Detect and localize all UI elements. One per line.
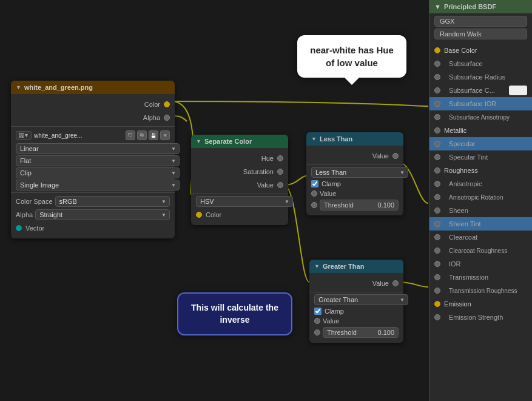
color-output-row: Color xyxy=(11,98,175,111)
subsurface-radius-item: Subsurface Radius xyxy=(429,70,532,84)
color-input-label: Color xyxy=(202,211,283,218)
image-node-body: Color Alpha 🖼▼ white_and_gree... 🛡 ⧉ 💾 ✕… xyxy=(11,94,175,238)
gt-val-input-socket[interactable] xyxy=(314,318,320,324)
gt-thresh-socket[interactable] xyxy=(314,329,320,335)
roughness-socket[interactable] xyxy=(434,167,440,174)
subsurface-ior-label: Subsurface IOR xyxy=(444,100,527,107)
clearcoat-roughness-label: Clearcoat Roughness xyxy=(444,248,527,254)
gt-value-output: Value xyxy=(309,277,403,290)
vector-input-row: Vector xyxy=(11,221,175,235)
metallic-label: Metallic xyxy=(444,127,527,134)
color-space-select[interactable]: sRGB Linear Non-Color xyxy=(55,196,170,207)
color-space-label: Color Space xyxy=(16,198,53,205)
vector-input-socket[interactable] xyxy=(16,225,22,231)
color-output-socket[interactable] xyxy=(164,101,170,107)
shield-icon[interactable]: 🛡 xyxy=(126,130,135,140)
value-output-row: Value xyxy=(191,178,288,192)
sheen-tint-socket[interactable] xyxy=(434,221,440,227)
hsv-select[interactable]: HSV HSL RGB xyxy=(196,196,293,207)
gt-op-select-wrap: Greater Than Less Than Equal xyxy=(314,294,408,305)
subsurface-item: Subsurface xyxy=(429,57,532,70)
value-socket[interactable] xyxy=(277,182,283,188)
source-select[interactable]: Single Image UDIM Tiles Tiled xyxy=(16,180,180,190)
gt-op-select[interactable]: Greater Than Less Than Equal xyxy=(314,294,408,305)
alpha-output-label: Alpha xyxy=(16,114,164,121)
linear-select-wrap: Linear Closest Cubic Smart xyxy=(16,143,180,154)
metallic-socket[interactable] xyxy=(434,127,440,133)
transmission-item: Transmission xyxy=(429,271,532,284)
saturation-socket[interactable] xyxy=(277,169,283,175)
lt-threshold-input[interactable]: Threshold 0.100 xyxy=(320,200,399,211)
close-icon[interactable]: ✕ xyxy=(160,130,170,140)
collapse-arrow[interactable]: ▼ xyxy=(16,84,21,90)
divider4 xyxy=(306,164,403,165)
transmission-roughness-socket[interactable] xyxy=(434,288,440,294)
collapse-arrow2[interactable]: ▼ xyxy=(196,138,201,144)
lt-val-input-label: Value xyxy=(320,190,336,197)
alpha-output-socket[interactable] xyxy=(164,115,170,121)
gt-clamp-checkbox[interactable] xyxy=(314,308,322,315)
gt-val-input-label: Value xyxy=(323,317,339,325)
subsurface-anisotropy-socket[interactable] xyxy=(434,114,440,120)
ior-item: IOR xyxy=(429,257,532,271)
color-input-row: Color xyxy=(191,208,288,221)
specular-tint-label: Specular Tint xyxy=(444,153,527,161)
random-walk-button[interactable]: Random Walk xyxy=(434,29,527,39)
image-node-title: white_and_green.png xyxy=(24,84,93,91)
transmission-socket[interactable] xyxy=(434,274,440,280)
interpolation-select[interactable]: Linear Closest Cubic Smart xyxy=(16,143,180,154)
subsurface-ior-socket[interactable] xyxy=(434,101,440,107)
lt-value-input-row: Value xyxy=(306,189,403,198)
anisotropic-socket[interactable] xyxy=(434,181,440,187)
clearcoat-roughness-item: Clearcoat Roughness xyxy=(429,244,532,257)
collapse-arrow3[interactable]: ▼ xyxy=(311,136,317,142)
subsurface-color-swatch[interactable] xyxy=(509,86,527,95)
specular-socket[interactable] xyxy=(434,141,440,147)
clip-select[interactable]: Clip Repeat Extend xyxy=(16,167,180,178)
clearcoat-roughness-socket[interactable] xyxy=(434,248,440,254)
save-icon[interactable]: 💾 xyxy=(149,130,158,140)
hue-output-row: Hue xyxy=(191,152,288,165)
lt-val-input-socket[interactable] xyxy=(311,190,317,197)
gt-value-input-row: Value xyxy=(309,316,403,326)
lt-op-select[interactable]: Less Than Greater Than Equal xyxy=(311,167,408,178)
subsurface-radius-socket[interactable] xyxy=(434,74,440,80)
separate-color-header: ▼ Separate Color xyxy=(191,135,288,148)
anisotropic-label: Anisotropic xyxy=(444,180,527,187)
lt-thresh-socket[interactable] xyxy=(311,202,317,208)
specular-label: Specular xyxy=(444,140,527,147)
subsurface-socket[interactable] xyxy=(434,61,440,67)
lt-clamp-checkbox[interactable] xyxy=(311,180,318,187)
bsdf-title: Principled BSDF xyxy=(444,3,496,10)
specular-tint-socket[interactable] xyxy=(434,154,440,160)
extension-select-wrap: Flat Repeat Clip Mirror xyxy=(16,155,180,166)
extension-select[interactable]: Flat Repeat Clip Mirror xyxy=(16,155,180,166)
anisotropic-rotation-socket[interactable] xyxy=(434,194,440,200)
divider5 xyxy=(309,292,403,292)
ior-socket[interactable] xyxy=(434,261,440,267)
clearcoat-socket[interactable] xyxy=(434,234,440,240)
ggx-button[interactable]: GGX xyxy=(434,16,527,27)
lt-value-socket[interactable] xyxy=(392,153,399,159)
emission-socket[interactable] xyxy=(434,301,440,307)
copy-icon[interactable]: ⧉ xyxy=(137,130,147,140)
alpha-output-row: Alpha xyxy=(11,111,175,124)
emission-strength-label: Emission Strength xyxy=(444,314,527,321)
img-type-dropdown[interactable]: 🖼▼ xyxy=(16,131,32,140)
alpha-select[interactable]: Straight Premultiplied Channel Packed No… xyxy=(35,209,170,220)
color-input-socket[interactable] xyxy=(196,212,202,218)
collapse-arrow4[interactable]: ▼ xyxy=(314,263,320,269)
emission-item: Emission xyxy=(429,297,532,311)
alpha-row: Alpha Straight Premultiplied Channel Pac… xyxy=(11,208,175,221)
sheen-socket[interactable] xyxy=(434,207,440,214)
gt-value-socket[interactable] xyxy=(392,280,399,286)
base-color-socket[interactable] xyxy=(434,47,440,53)
emission-strength-socket[interactable] xyxy=(434,314,440,320)
gt-thresh-label: Threshold xyxy=(327,329,357,336)
collapse-icon[interactable]: ▼ xyxy=(434,3,441,10)
subsurface-color-socket[interactable] xyxy=(434,87,440,93)
gt-threshold-input[interactable]: Threshold 0.100 xyxy=(323,327,399,338)
hue-socket[interactable] xyxy=(277,155,283,161)
sheen-label: Sheen xyxy=(444,207,527,214)
separate-color-node: ▼ Separate Color Hue Saturation Value HS… xyxy=(191,135,288,225)
